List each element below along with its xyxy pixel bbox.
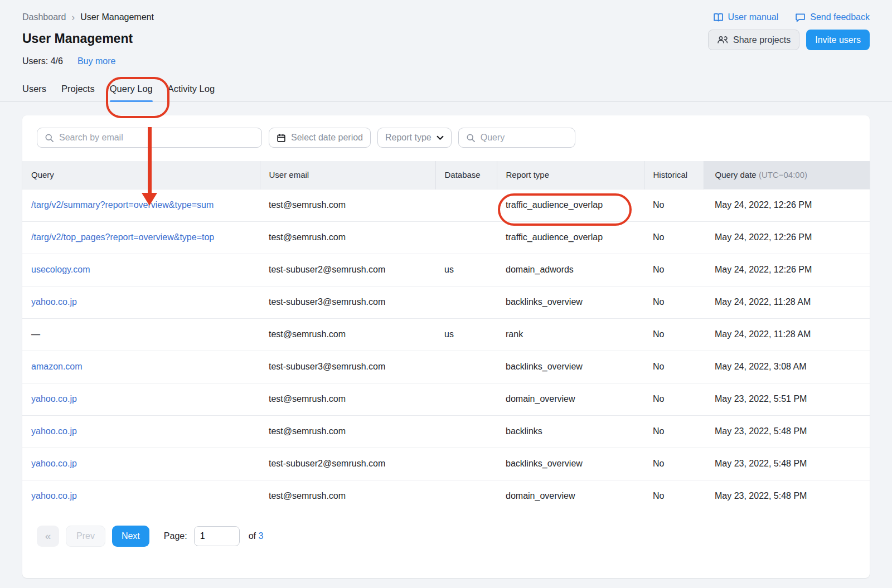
header-left: Dashboard › User Management User Managem…: [22, 12, 154, 66]
tab-bar: Users Projects Query Log Activity Log: [0, 84, 892, 102]
database-cell: [435, 189, 497, 221]
query-link[interactable]: amazon.com: [31, 362, 83, 371]
query-link[interactable]: yahoo.co.jp: [31, 459, 77, 468]
column-header-query-date[interactable]: Query date (UTC−04:00): [704, 161, 870, 189]
query-link[interactable]: /targ/v2/top_pages?report=overview&type=…: [31, 232, 214, 242]
user-email-cell: test@semrush.com: [260, 415, 435, 448]
query-link[interactable]: usecology.com: [31, 265, 90, 274]
table-row: usecology.comtest-subuser2@semrush.comus…: [22, 254, 870, 286]
column-header-query[interactable]: Query: [22, 161, 260, 189]
share-projects-button[interactable]: Share projects: [708, 30, 799, 50]
query-date-cell: May 23, 2022, 5:48 PM: [704, 415, 870, 448]
table-header-row: Query User email Database Report type Hi…: [22, 161, 870, 189]
historical-cell: No: [644, 383, 704, 415]
historical-cell: No: [644, 448, 704, 480]
tab-activity-log[interactable]: Activity Log: [168, 84, 215, 101]
table-row: yahoo.co.jptest-subuser2@semrush.comback…: [22, 448, 870, 480]
user-email-cell: test@semrush.com: [260, 383, 435, 415]
query-link[interactable]: yahoo.co.jp: [31, 297, 77, 307]
report-type-cell: backlinks_overview: [497, 448, 644, 480]
search-by-email-input[interactable]: [37, 128, 262, 148]
report-type-cell: backlinks_overview: [497, 286, 644, 318]
total-pages-link[interactable]: 3: [258, 531, 263, 541]
tab-query-log[interactable]: Query Log: [110, 84, 153, 101]
query-log-panel: Select date period Report type: [22, 115, 870, 578]
next-page-button[interactable]: Next: [112, 526, 149, 547]
buy-more-link[interactable]: Buy more: [77, 56, 115, 66]
database-cell: us: [435, 254, 497, 286]
query-filter-field[interactable]: [481, 133, 568, 143]
breadcrumb-current: User Management: [80, 12, 154, 22]
historical-cell: No: [644, 415, 704, 448]
first-page-button[interactable]: «: [37, 526, 59, 547]
query-filter-input[interactable]: [458, 128, 575, 148]
select-date-period-button[interactable]: Select date period: [269, 128, 371, 148]
table-body: /targ/v2/summary?report=overview&type=su…: [22, 189, 870, 512]
calendar-icon: [277, 133, 286, 143]
people-icon: [717, 36, 728, 44]
book-icon: [713, 13, 724, 22]
query-link[interactable]: /targ/v2/summary?report=overview&type=su…: [31, 200, 214, 210]
report-type-cell: traffic_audience_overlap: [497, 189, 644, 221]
user-email-cell: test-subuser2@semrush.com: [260, 448, 435, 480]
historical-cell: No: [644, 351, 704, 383]
table-row: yahoo.co.jptest@semrush.comdomain_overvi…: [22, 383, 870, 415]
user-email-cell: test-subuser3@semrush.com: [260, 351, 435, 383]
report-type-cell: domain_overview: [497, 383, 644, 415]
user-email-cell: test@semrush.com: [260, 480, 435, 512]
query-log-table: Query User email Database Report type Hi…: [22, 161, 870, 512]
user-email-cell: test@semrush.com: [260, 221, 435, 254]
table-row: /targ/v2/top_pages?report=overview&type=…: [22, 221, 870, 254]
column-header-report-type[interactable]: Report type: [497, 161, 644, 189]
report-type-cell: backlinks_overview: [497, 351, 644, 383]
column-header-user-email[interactable]: User email: [260, 161, 435, 189]
breadcrumb-dashboard[interactable]: Dashboard: [22, 12, 66, 22]
breadcrumb: Dashboard › User Management: [22, 12, 154, 22]
historical-cell: No: [644, 286, 704, 318]
user-manual-link[interactable]: User manual: [713, 12, 779, 22]
report-type-cell: domain_adwords: [497, 254, 644, 286]
table-row: amazon.comtest-subuser3@semrush.combackl…: [22, 351, 870, 383]
database-cell: [435, 383, 497, 415]
report-type-cell: backlinks: [497, 415, 644, 448]
query-link[interactable]: yahoo.co.jp: [31, 426, 77, 436]
query-date-cell: May 23, 2022, 5:48 PM: [704, 480, 870, 512]
query-date-cell: May 24, 2022, 11:28 AM: [704, 286, 870, 318]
report-type-cell: traffic_audience_overlap: [497, 221, 644, 254]
tab-users[interactable]: Users: [22, 84, 46, 101]
database-cell: us: [435, 318, 497, 351]
user-email-cell: test-subuser3@semrush.com: [260, 286, 435, 318]
historical-cell: No: [644, 318, 704, 351]
query-link[interactable]: yahoo.co.jp: [31, 394, 77, 404]
search-by-email-field[interactable]: [59, 133, 254, 143]
historical-cell: No: [644, 254, 704, 286]
breadcrumb-chevron-icon: ›: [71, 12, 75, 22]
query-date-cell: May 23, 2022, 5:51 PM: [704, 383, 870, 415]
historical-cell: No: [644, 221, 704, 254]
page-number-input[interactable]: [194, 526, 240, 546]
invite-users-button[interactable]: Invite users: [806, 30, 870, 50]
send-feedback-link[interactable]: Send feedback: [795, 12, 870, 22]
user-email-cell: test-subuser2@semrush.com: [260, 254, 435, 286]
table-row: yahoo.co.jptest@semrush.combacklinksNoMa…: [22, 415, 870, 448]
table-row: yahoo.co.jptest-subuser3@semrush.comback…: [22, 286, 870, 318]
search-icon: [45, 133, 54, 143]
header-right: User manual Send feedback: [708, 12, 870, 66]
table-row: /targ/v2/summary?report=overview&type=su…: [22, 189, 870, 221]
historical-cell: No: [644, 480, 704, 512]
column-header-historical[interactable]: Historical: [644, 161, 704, 189]
database-cell: [435, 415, 497, 448]
report-type-dropdown[interactable]: Report type: [377, 128, 452, 148]
query-date-cell: May 24, 2022, 12:26 PM: [704, 254, 870, 286]
tab-projects[interactable]: Projects: [61, 84, 95, 101]
column-header-database[interactable]: Database: [435, 161, 497, 189]
query-date-cell: May 23, 2022, 5:48 PM: [704, 448, 870, 480]
query-link[interactable]: yahoo.co.jp: [31, 491, 77, 500]
page-title: User Management: [22, 31, 154, 46]
table-row: yahoo.co.jptest@semrush.comdomain_overvi…: [22, 480, 870, 512]
database-cell: [435, 448, 497, 480]
user-email-cell: test@semrush.com: [260, 189, 435, 221]
query-date-cell: May 24, 2022, 11:28 AM: [704, 318, 870, 351]
chevron-down-icon: [437, 135, 444, 140]
prev-page-button[interactable]: Prev: [66, 526, 105, 547]
